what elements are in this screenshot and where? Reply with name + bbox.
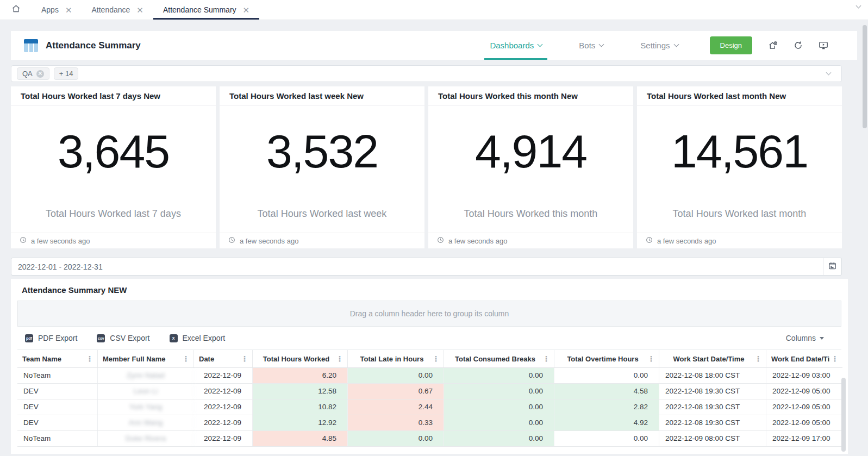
cell-total-consumed-breaks: 0.00: [444, 431, 554, 446]
chip-remove-icon[interactable]: ✕: [36, 70, 44, 78]
cell-team-name: DEV: [17, 399, 98, 415]
kpi-updated: a few seconds ago: [31, 237, 90, 245]
column-header-total-hours-worked[interactable]: Total Hours Worked⋮: [253, 350, 348, 367]
nav-settings[interactable]: Settings: [635, 31, 683, 60]
chevron-down-icon: [599, 42, 604, 47]
cell-team-name: DEV: [17, 415, 98, 430]
kpi-title: Total Hours Worked last month New: [637, 86, 842, 106]
column-header-total-overtime-hours[interactable]: Total Overtime Hours⋮: [554, 350, 659, 367]
column-menu-icon[interactable]: ⋮: [830, 354, 840, 363]
cell-total-late-in-hours: 0.67: [348, 384, 444, 399]
filter-bar[interactable]: QA ✕ + 14: [11, 65, 842, 82]
tab-label: Attendance: [92, 5, 130, 14]
csv-export-icon: csv: [97, 334, 105, 342]
home-button[interactable]: [0, 0, 32, 20]
column-menu-icon[interactable]: ⋮: [646, 354, 656, 363]
nav-label: Dashboards: [490, 41, 534, 50]
tab-overflow-chevron-icon[interactable]: [856, 3, 861, 9]
column-menu-icon[interactable]: ⋮: [85, 354, 95, 363]
page-title: Attendance Summary: [46, 40, 141, 51]
column-header-label: Team Name: [22, 355, 85, 363]
share-home-add-icon[interactable]: [767, 40, 778, 51]
filter-chip-more[interactable]: + 14: [54, 67, 79, 80]
tab-apps[interactable]: Apps ✕: [32, 0, 82, 20]
kpi-card-this-month: Total Hours Worked this month New 4,914 …: [428, 86, 633, 248]
column-menu-icon[interactable]: ⋮: [181, 354, 191, 363]
date-range-input[interactable]: 2022-12-01 - 2022-12-31: [11, 258, 842, 276]
column-header-total-consumed-breaks[interactable]: Total Consumed Breaks⋮: [444, 350, 554, 367]
kpi-card-row: Total Hours Worked last 7 days New 3,645…: [11, 86, 868, 248]
refresh-icon[interactable]: [793, 40, 803, 51]
column-header-work-end-date-tim[interactable]: Work End Date/Tim⋮: [766, 350, 842, 367]
columns-chooser-button[interactable]: Columns: [786, 334, 824, 342]
cell-work-end-date-tim: 2022-12-09 03:00: [766, 368, 842, 383]
column-menu-icon[interactable]: ⋮: [431, 354, 441, 363]
column-menu-icon[interactable]: ⋮: [753, 354, 763, 363]
clock-icon: [437, 236, 444, 245]
filter-dropdown-chevron-icon[interactable]: [826, 70, 832, 76]
cell-total-late-in-hours: 0.00: [348, 431, 444, 446]
table-vertical-scrollbar[interactable]: [841, 378, 846, 452]
attendance-table-card: Attendance Summary NEW Drag a column hea…: [11, 279, 848, 454]
calendar-button[interactable]: [823, 258, 841, 275]
nav-bots[interactable]: Bots: [573, 31, 609, 60]
tab-attendance[interactable]: Attendance ✕: [82, 0, 153, 20]
kpi-card-last-month: Total Hours Worked last month New 14,561…: [637, 86, 842, 248]
table-row[interactable]: DEVLeon Li2022-12-0912.580.670.004.58202…: [17, 384, 842, 399]
column-menu-icon[interactable]: ⋮: [240, 354, 249, 363]
column-header-work-start-date-time[interactable]: Work Start Date/Time⋮: [659, 350, 766, 367]
header-nav: Dashboards Bots Settings Design: [484, 31, 857, 60]
cell-date: 2022-12-09: [194, 431, 253, 446]
tab-close-icon[interactable]: ✕: [136, 6, 143, 14]
cell-work-start-date-time: 2022-12-08 19:30 CST: [659, 415, 766, 430]
table-row[interactable]: DEVYork Yang2022-12-0910.822.440.002.822…: [17, 399, 842, 415]
column-header-team-name[interactable]: Team Name⋮: [17, 350, 98, 367]
kpi-subtitle: Total Hours Worked last month: [637, 208, 842, 220]
cell-date: 2022-12-09: [194, 384, 253, 399]
grid-body: NoTeamZynn Natad2022-12-096.200.000.000.…: [17, 368, 842, 447]
column-header-member-full-name[interactable]: Member Full Name⋮: [98, 350, 194, 367]
pdf-export-icon: pdf: [25, 334, 33, 342]
cell-work-end-date-tim: 2022-12-09 05:00: [766, 415, 842, 430]
page-vertical-scrollbar[interactable]: [863, 25, 867, 128]
kpi-title: Total Hours Worked this month New: [428, 86, 633, 106]
tab-attendance-summary[interactable]: Attendance Summary ✕: [153, 0, 259, 20]
cell-team-name: DEV: [17, 384, 98, 399]
column-menu-icon[interactable]: ⋮: [541, 354, 551, 363]
filter-chip-qa[interactable]: QA ✕: [17, 67, 49, 80]
table-row[interactable]: NoTeamZynn Natad2022-12-096.200.000.000.…: [17, 368, 842, 384]
tab-close-icon[interactable]: ✕: [65, 6, 72, 14]
cell-total-overtime-hours: 4.92: [554, 415, 659, 430]
cell-work-start-date-time: 2022-12-08 19:30 CST: [659, 384, 766, 399]
date-range-value[interactable]: 2022-12-01 - 2022-12-31: [11, 258, 823, 275]
app-header: Attendance Summary Dashboards Bots Setti…: [11, 31, 857, 60]
cell-team-name: NoTeam: [17, 368, 98, 383]
csv-export-button[interactable]: csv CSV Export: [97, 334, 149, 342]
column-header-label: Work Start Date/Time: [664, 355, 753, 363]
pdf-export-button[interactable]: pdf PDF Export: [25, 334, 77, 342]
chip-label: QA: [22, 70, 33, 78]
column-header-label: Date: [199, 355, 240, 363]
column-header-label: Total Hours Worked: [258, 355, 335, 363]
column-header-label: Total Overtime Hours: [559, 355, 646, 363]
presentation-mode-icon[interactable]: [818, 40, 829, 51]
group-by-panel[interactable]: Drag a column header here to group its c…: [17, 301, 841, 327]
cell-total-overtime-hours: 0.00: [554, 431, 659, 446]
column-header-date[interactable]: Date⋮: [194, 350, 253, 367]
kpi-updated: a few seconds ago: [657, 237, 716, 245]
column-menu-icon[interactable]: ⋮: [335, 354, 345, 363]
cell-total-consumed-breaks: 0.00: [444, 415, 554, 430]
kpi-updated: a few seconds ago: [240, 237, 298, 245]
calendar-icon: [828, 261, 837, 272]
design-button[interactable]: Design: [710, 36, 752, 54]
column-header-total-late-in-hours[interactable]: Total Late in Hours⋮: [348, 350, 444, 367]
column-header-label: Work End Date/Tim: [771, 355, 830, 363]
kpi-updated: a few seconds ago: [448, 237, 507, 245]
table-row[interactable]: DEVAnn Wang2022-12-0912.920.330.004.9220…: [17, 415, 842, 431]
tab-close-icon[interactable]: ✕: [243, 6, 250, 14]
excel-export-button[interactable]: X Excel Export: [170, 334, 226, 342]
column-header-label: Total Consumed Breaks: [449, 355, 541, 363]
table-row[interactable]: NoTeamDuke Rivera2022-12-094.850.000.000…: [17, 431, 842, 447]
nav-dashboards[interactable]: Dashboards: [484, 31, 547, 60]
column-header-label: Total Late in Hours: [353, 355, 431, 363]
